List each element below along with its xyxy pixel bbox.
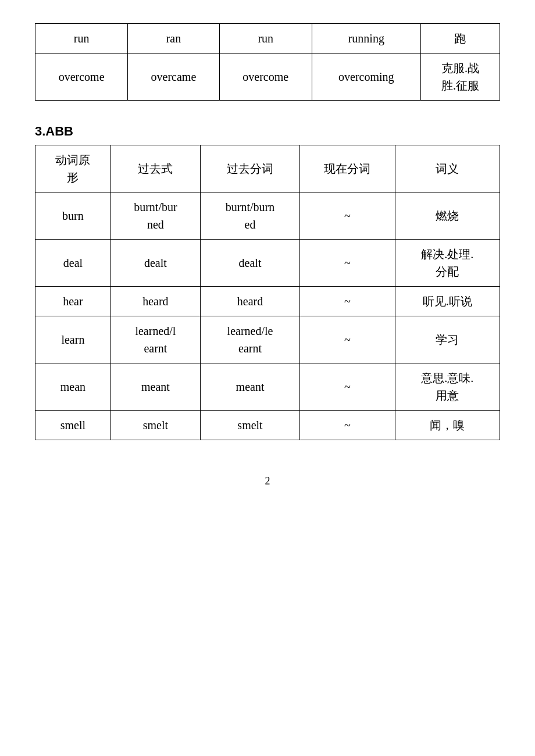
top-table-section: runranrunrunning跑overcomeovercameovercom… <box>35 23 500 101</box>
table-cell: heard <box>201 287 300 316</box>
table-cell: 解决.处理. 分配 <box>395 240 500 287</box>
table-cell: 克服.战 胜.征服 <box>420 54 500 101</box>
table-cell: 听见.听说 <box>395 287 500 316</box>
table-cell: overcame <box>128 54 219 101</box>
table-cell: run <box>35 24 128 54</box>
table-cell: heard <box>110 287 200 316</box>
table-cell: smell <box>35 411 111 440</box>
table-header-cell: 过去分词 <box>201 145 300 192</box>
table-cell: 学习 <box>395 316 500 363</box>
page-number: 2 <box>35 475 500 487</box>
table-header-cell: 现在分词 <box>300 145 395 192</box>
table-cell: ~ <box>300 192 395 240</box>
table-cell: overcoming <box>312 54 420 101</box>
table-header-cell: 动词原 形 <box>35 145 111 192</box>
table-cell: running <box>312 24 420 54</box>
table-cell: 闻，嗅 <box>395 411 500 440</box>
table-cell: learn <box>35 316 111 363</box>
table-cell: ran <box>128 24 219 54</box>
table-cell: smelt <box>110 411 200 440</box>
abb-table: 动词原 形过去式过去分词现在分词词义 burnburnt/bur nedburn… <box>35 145 500 440</box>
top-table: runranrunrunning跑overcomeovercameovercom… <box>35 23 500 101</box>
table-header-cell: 词义 <box>395 145 500 192</box>
table-cell: burnt/burn ed <box>201 192 300 240</box>
table-cell: dealt <box>201 240 300 287</box>
table-cell: ~ <box>300 316 395 363</box>
table-cell: burnt/bur ned <box>110 192 200 240</box>
table-cell: smelt <box>201 411 300 440</box>
table-cell: learned/le earnt <box>201 316 300 363</box>
abb-section: 3.ABB 动词原 形过去式过去分词现在分词词义 burnburnt/bur n… <box>35 124 500 440</box>
abb-section-title: 3.ABB <box>35 124 500 139</box>
table-cell: ~ <box>300 287 395 316</box>
table-cell: learned/l earnt <box>110 316 200 363</box>
table-cell: burn <box>35 192 111 240</box>
table-cell: overcome <box>219 54 312 101</box>
table-cell: meant <box>201 363 300 411</box>
table-cell: ~ <box>300 363 395 411</box>
table-cell: 燃烧 <box>395 192 500 240</box>
table-cell: run <box>219 24 312 54</box>
table-cell: mean <box>35 363 111 411</box>
table-cell: ~ <box>300 240 395 287</box>
table-cell: dealt <box>110 240 200 287</box>
table-cell: overcome <box>35 54 128 101</box>
table-cell: 跑 <box>420 24 500 54</box>
table-header-cell: 过去式 <box>110 145 200 192</box>
table-cell: 意思.意味. 用意 <box>395 363 500 411</box>
table-cell: hear <box>35 287 111 316</box>
table-cell: deal <box>35 240 111 287</box>
table-cell: ~ <box>300 411 395 440</box>
table-cell: meant <box>110 363 200 411</box>
